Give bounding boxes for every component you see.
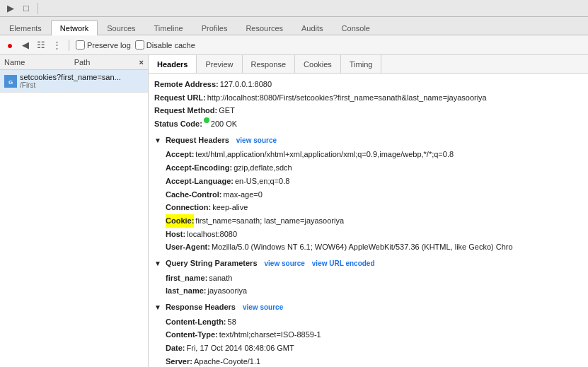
accept-val: text/html,application/xhtml+xml,applicat… — [195, 148, 454, 161]
svg-text:G: G — [8, 79, 13, 86]
sub-tab-cookies[interactable]: Cookies — [295, 55, 341, 73]
network-toolbar: ● ◀ ☷ ⋮ Preserve log Disable cache — [0, 35, 588, 55]
remote-address-key: Remote Address: — [154, 78, 219, 91]
qs-first-name-row: first_name: sanath — [166, 272, 582, 285]
content-type-val: text/html;charset=ISO-8859-1 — [219, 328, 321, 342]
user-agent-val: Mozilla/5.0 (Windows NT 6.1; WOW64) Appl… — [212, 240, 513, 254]
qs-last-name-key: last_name: — [166, 284, 206, 298]
connection-val: keep-alive — [212, 201, 248, 214]
grid-icon[interactable]: ⋮ — [51, 40, 62, 51]
content-type-row: Content-Type: text/html;charset=ISO-8859… — [166, 328, 582, 342]
tab-profiles[interactable]: Profiles — [192, 21, 237, 35]
content-length-val: 58 — [228, 315, 236, 329]
request-headers-section: ▼ Request Headers view source — [154, 134, 582, 147]
user-agent-row: User-Agent: Mozilla/5.0 (Windows NT 6.1;… — [166, 240, 582, 254]
connection-key: Connection: — [166, 201, 211, 214]
request-url-val: http://localhost:8080/First/setcookies?f… — [207, 91, 487, 105]
date-key: Date: — [166, 342, 185, 355]
tab-elements[interactable]: Elements — [0, 21, 51, 35]
accept-row: Accept: text/html,application/xhtml+xml,… — [166, 148, 582, 161]
qs-view-url-encoded[interactable]: view URL encoded — [312, 257, 375, 269]
host-val: localhost:8080 — [187, 228, 237, 241]
devtools-container: ▶ □ Elements Network Sources Timeline Pr… — [0, 0, 588, 367]
cache-control-row: Cache-Control: max-age=0 — [166, 188, 582, 202]
host-row: Host: localhost:8080 — [166, 228, 582, 241]
devtools-tabs: Elements Network Sources Timeline Profil… — [0, 17, 588, 35]
qs-toggle[interactable]: ▼ — [154, 257, 161, 269]
query-string-section: ▼ Query String Parameters view source vi… — [154, 257, 582, 270]
cookie-row: Cookie: first_name=sanath; last_name=jay… — [166, 214, 582, 228]
remote-address-val: 127.0.0.1:8080 — [220, 78, 272, 91]
accept-language-key: Accept-Language: — [166, 175, 234, 188]
cache-control-val: max-age=0 — [223, 188, 262, 202]
sub-tab-preview[interactable]: Preview — [197, 55, 242, 73]
close-button[interactable]: × — [139, 58, 144, 66]
request-url-row: Request URL: http://localhost:8080/First… — [154, 91, 582, 105]
tab-resources[interactable]: Resources — [236, 21, 292, 35]
accept-language-val: en-US,en;q=0.8 — [235, 175, 289, 188]
remote-address-row: Remote Address: 127.0.0.1:8080 — [154, 78, 582, 91]
qs-view-source[interactable]: view source — [265, 257, 305, 269]
network-entry[interactable]: G setcookies?first_name=san... /First — [0, 70, 148, 93]
connection-row: Connection: keep-alive — [166, 201, 582, 214]
response-headers-section: ▼ Response Headers view source — [154, 301, 582, 314]
tab-audits[interactable]: Audits — [292, 21, 333, 35]
content-area: Name Path × G setcookies?first_name=san.… — [0, 55, 588, 367]
content-length-row: Content-Length: 58 — [166, 315, 582, 329]
col-name-label: Name — [4, 58, 25, 66]
cache-control-key: Cache-Control: — [166, 188, 221, 202]
disable-cache-label[interactable]: Disable cache — [135, 40, 195, 49]
pointer-icon[interactable]: ▶ — [4, 2, 17, 15]
right-panel: Headers Preview Response Cookies Timing … — [149, 55, 588, 367]
clear-icon[interactable]: ◀ — [20, 40, 31, 51]
accept-encoding-key: Accept-Encoding: — [166, 161, 232, 175]
preserve-log-checkbox[interactable] — [76, 40, 85, 49]
inspect-icon[interactable]: □ — [20, 2, 33, 15]
disable-cache-checkbox[interactable] — [135, 40, 144, 49]
tab-console[interactable]: Console — [333, 21, 379, 35]
request-method-val: GET — [219, 104, 235, 117]
request-method-row: Request Method: GET — [154, 104, 582, 117]
qs-first-name-val: sanath — [209, 272, 232, 285]
qs-last-name-val: jayasooriya — [207, 284, 247, 298]
accept-encoding-val: gzip,deflate,sdch — [234, 161, 292, 175]
content-type-key: Content-Type: — [166, 328, 218, 342]
status-code-key: Status Code: — [154, 117, 202, 131]
sub-tab-timing[interactable]: Timing — [341, 55, 382, 73]
detail-content: Remote Address: 127.0.0.1:8080 Request U… — [149, 74, 588, 367]
server-key: Server: — [166, 355, 192, 367]
entry-text: setcookies?first_name=san... /First — [20, 73, 121, 89]
rh-label: Response Headers — [166, 301, 236, 314]
request-headers-toggle[interactable]: ▼ — [154, 134, 161, 146]
status-code-val: 200 OK — [211, 117, 237, 131]
server-val: Apache-Coyote/1.1 — [194, 355, 260, 367]
sub-tabs: Headers Preview Response Cookies Timing — [149, 55, 588, 74]
content-length-key: Content-Length: — [166, 315, 226, 329]
record-icon[interactable]: ● — [4, 40, 16, 51]
entry-method-icon: G — [4, 75, 17, 88]
request-url-key: Request URL: — [154, 91, 206, 105]
tab-network[interactable]: Network — [51, 21, 98, 35]
qs-first-name-key: first_name: — [166, 272, 207, 285]
tab-timeline[interactable]: Timeline — [145, 21, 192, 35]
entry-name: setcookies?first_name=san... — [20, 73, 121, 81]
rh-view-source[interactable]: view source — [243, 301, 283, 313]
sub-tab-headers[interactable]: Headers — [149, 55, 197, 73]
left-panel: Name Path × G setcookies?first_name=san.… — [0, 55, 149, 367]
sub-tab-response[interactable]: Response — [243, 55, 296, 73]
preserve-log-label[interactable]: Preserve log — [76, 40, 131, 49]
user-agent-key: User-Agent: — [166, 240, 210, 254]
tab-sources[interactable]: Sources — [98, 21, 144, 35]
qs-last-name-row: last_name: jayasooriya — [166, 284, 582, 298]
request-headers-view-source[interactable]: view source — [236, 134, 277, 146]
rh-toggle[interactable]: ▼ — [154, 301, 161, 313]
filter-icon[interactable]: ☷ — [35, 40, 47, 51]
entry-path: /First — [20, 81, 121, 89]
qs-content: first_name: sanath last_name: jayasooriy… — [154, 272, 582, 298]
devtools-icon-bar: ▶ □ — [0, 0, 588, 17]
accept-language-row: Accept-Language: en-US,en;q=0.8 — [166, 175, 582, 188]
cookie-val: first_name=sanath; last_name=jayasooriya — [195, 214, 344, 228]
request-method-key: Request Method: — [154, 104, 217, 117]
response-headers-content: Content-Length: 58 Content-Type: text/ht… — [154, 315, 582, 367]
request-headers-label: Request Headers — [166, 134, 229, 147]
